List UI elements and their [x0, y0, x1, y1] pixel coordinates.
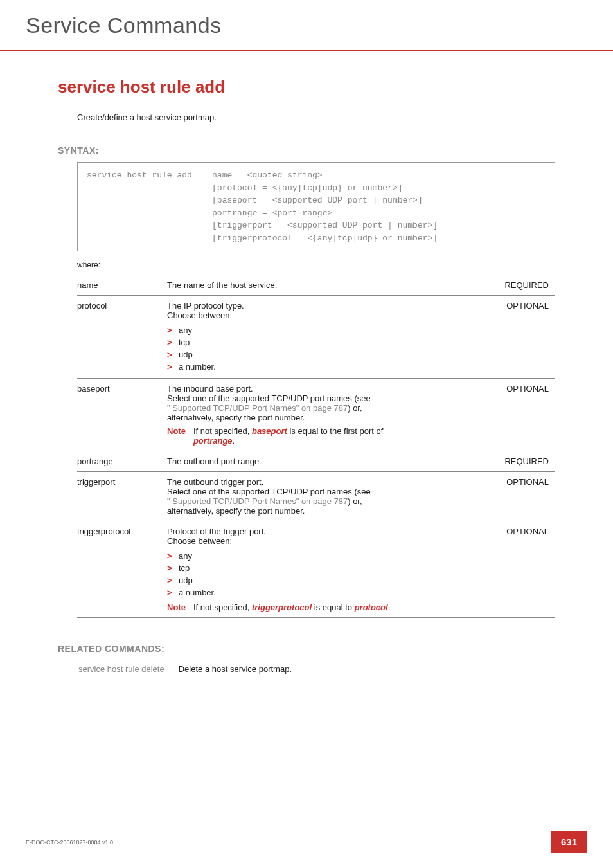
desc-line: " Supported TCP/UDP Port Names" on page … — [167, 403, 491, 413]
param-req: OPTIONAL — [497, 296, 555, 379]
desc-text: ) or, — [348, 496, 362, 506]
note-frag: . — [233, 436, 235, 446]
bullet-text: a number. — [179, 362, 216, 372]
note-frag: If not specified, — [193, 602, 252, 612]
note: Note If not specified, baseport is equal… — [167, 426, 491, 446]
doc-id: E-DOC-CTC-20061027-0004 v1.0 — [26, 839, 113, 845]
related-table: service host rule delete Delete a host s… — [77, 660, 306, 678]
chevron-right-icon: > — [167, 338, 179, 347]
note-frag: If not specified, — [193, 426, 252, 436]
param-req: OPTIONAL — [497, 379, 555, 451]
chevron-right-icon: > — [167, 551, 179, 561]
desc-lead: The IP protocol type. — [167, 301, 491, 311]
related-command-desc: Delete a host service portmap. — [179, 662, 305, 676]
param-desc: The IP protocol type. Choose between: >a… — [167, 296, 497, 379]
note-em: triggerprotocol — [252, 602, 312, 612]
note-em: baseport — [252, 426, 287, 436]
chevron-right-icon: > — [167, 575, 179, 585]
desc-line: alternatively, specify the port number. — [167, 506, 491, 516]
desc-sub: Choose between: — [167, 311, 491, 320]
note-em: protocol — [355, 602, 388, 612]
chevron-right-icon: > — [167, 325, 179, 335]
param-desc: The outbound port range. — [167, 451, 497, 472]
related-label: RELATED COMMANDS: — [58, 644, 555, 654]
desc-text: Select one of the supported TCP/UDP port… — [167, 487, 371, 496]
desc-lead: The inbound base port. — [167, 384, 491, 393]
note-label: Note — [167, 602, 186, 612]
syntax-box: service host rule add name = <quoted str… — [77, 162, 555, 251]
param-name: baseport — [77, 379, 167, 451]
param-name: triggerprotocol — [77, 521, 167, 618]
note: Note If not specified, triggerprotocol i… — [167, 602, 491, 612]
chevron-right-icon: > — [167, 588, 179, 597]
param-name: protocol — [77, 296, 167, 379]
bullet-text: any — [179, 325, 192, 335]
param-desc: The name of the host service. — [167, 275, 497, 296]
desc-text: Select one of the supported TCP/UDP port… — [167, 393, 371, 403]
bullet-text: a number. — [179, 588, 216, 597]
desc-line: " Supported TCP/UDP Port Names" on page … — [167, 496, 491, 506]
table-row: service host rule delete Delete a host s… — [78, 662, 305, 676]
table-row: triggerprotocol Protocol of the trigger … — [77, 521, 555, 618]
note-frag: is equal to the first port of — [287, 426, 384, 436]
bullet-text: udp — [179, 575, 193, 585]
table-row: name The name of the host service. REQUI… — [77, 275, 555, 296]
param-name: portrange — [77, 451, 167, 472]
syntax-label: SYNTAX: — [58, 145, 555, 156]
desc-lead: The outbound trigger port. — [167, 477, 491, 487]
note-label: Note — [167, 426, 186, 446]
desc-sub: Choose between: — [167, 536, 491, 546]
related-command-link[interactable]: service host rule delete — [78, 662, 177, 676]
chevron-right-icon: > — [167, 350, 179, 359]
bullet-text: any — [179, 551, 192, 561]
where-label: where: — [77, 260, 555, 269]
table-row: protocol The IP protocol type. Choose be… — [77, 296, 555, 379]
table-row: portrange The outbound port range. REQUI… — [77, 451, 555, 472]
param-name: name — [77, 275, 167, 296]
page-ref-link[interactable]: " Supported TCP/UDP Port Names" on page … — [167, 403, 348, 413]
param-desc: Protocol of the trigger port. Choose bet… — [167, 521, 497, 618]
command-intro: Create/define a host service portmap. — [77, 113, 555, 122]
page-ref-link[interactable]: " Supported TCP/UDP Port Names" on page … — [167, 496, 348, 506]
desc-line: Select one of the supported TCP/UDP port… — [167, 487, 491, 496]
param-name: triggerport — [77, 472, 167, 521]
param-req: OPTIONAL — [497, 472, 555, 521]
chevron-right-icon: > — [167, 563, 179, 573]
table-row: baseport The inbound base port. Select o… — [77, 379, 555, 451]
chevron-right-icon: > — [167, 362, 179, 372]
param-req: OPTIONAL — [497, 521, 555, 618]
bullet-list: >any >tcp >udp >a number. — [167, 550, 491, 599]
bullet-text: udp — [179, 350, 193, 359]
note-frag: is equal to — [312, 602, 355, 612]
param-req: REQUIRED — [497, 451, 555, 472]
bullet-text: tcp — [179, 563, 190, 573]
bullet-text: tcp — [179, 338, 190, 347]
desc-lead: Protocol of the trigger port. — [167, 527, 491, 536]
param-desc: The outbound trigger port. Select one of… — [167, 472, 497, 521]
param-desc: The inbound base port. Select one of the… — [167, 379, 497, 451]
desc-text: ) or, — [348, 403, 362, 413]
page-header-title: Service Commands — [26, 13, 587, 38]
desc-line: alternatively, specify the port number. — [167, 413, 491, 422]
note-text: If not specified, baseport is equal to t… — [193, 426, 384, 446]
params-table: name The name of the host service. REQUI… — [77, 275, 555, 618]
bullet-list: >any >tcp >udp >a number. — [167, 324, 491, 373]
param-req: REQUIRED — [497, 275, 555, 296]
note-text: If not specified, triggerprotocol is equ… — [193, 602, 390, 612]
table-row: triggerport The outbound trigger port. S… — [77, 472, 555, 521]
note-em: portrange — [193, 436, 233, 446]
page-number-badge: 631 — [551, 831, 587, 853]
note-frag: . — [388, 602, 391, 612]
desc-line: Select one of the supported TCP/UDP port… — [167, 393, 491, 403]
command-title: service host rule add — [58, 77, 555, 97]
